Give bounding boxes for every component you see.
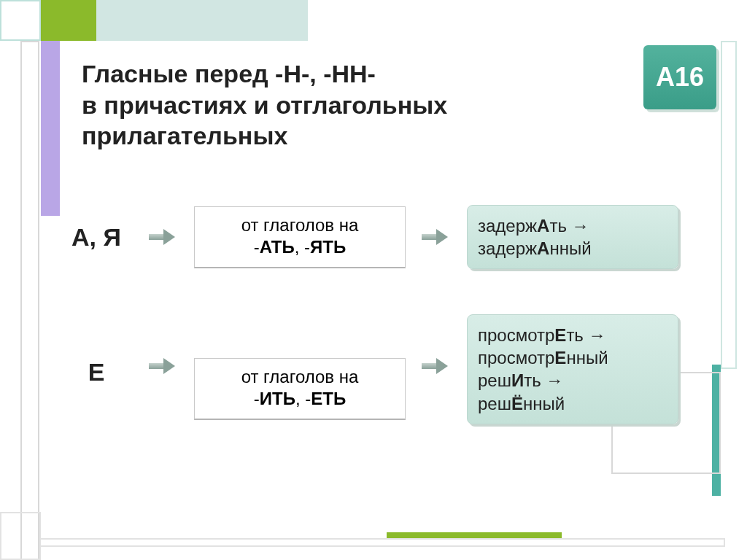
example-box: задержАть → задержАнный: [467, 205, 678, 269]
ex-highlight: А: [537, 216, 549, 236]
ex-text: задерж: [478, 216, 537, 236]
mid-line2-mid: , -: [295, 237, 310, 257]
example-box: просмотрЕть → просмотрЕнный решИть → реш…: [467, 314, 678, 424]
badge-label: А16: [656, 62, 704, 93]
verb-source-box: от глаголов на -АТЬ, -ЯТЬ: [194, 206, 406, 268]
slide-title: Гласные перед -Н-, -НН- в причастиях и о…: [82, 58, 557, 152]
ex-text: просмотр: [478, 348, 554, 368]
mid-line2-mid: , -: [295, 389, 311, 408]
arrow-right-icon: [149, 229, 178, 245]
ex-text: реш: [478, 394, 511, 413]
ex-text: нный: [566, 348, 608, 368]
mid-line1: от глаголов на: [241, 215, 359, 235]
ex-text: ть →: [549, 216, 589, 236]
letters-text: А, Я: [71, 223, 121, 251]
ex-text: ть →: [524, 370, 563, 390]
mid-line2-b2: ЕТЬ: [311, 389, 346, 408]
frame-decor: [39, 538, 725, 547]
frame-decor: [20, 41, 39, 560]
arrow-right-icon: [422, 358, 451, 374]
frame-decor: [41, 41, 60, 216]
ex-text: нный: [523, 394, 565, 413]
vowel-letters: Е: [60, 358, 133, 386]
ex-highlight: Е: [554, 325, 566, 345]
arrow-right-icon: [149, 358, 178, 374]
arrow-right-icon: [422, 229, 451, 245]
ex-text: задерж: [478, 238, 537, 258]
verb-source-box: от глаголов на -ИТЬ, -ЕТЬ: [194, 358, 406, 420]
frame-decor: [0, 0, 41, 41]
frame-decor: [0, 512, 41, 560]
mid-line2-pre: -: [254, 237, 260, 257]
frame-decor: [96, 0, 308, 41]
frame-decor: [721, 41, 737, 369]
ex-text: просмотр: [478, 325, 554, 345]
ex-text: ть →: [566, 325, 605, 345]
title-card: Гласные перед -Н-, -НН- в причастиях и о…: [71, 51, 568, 160]
letters-text: Е: [88, 358, 105, 386]
frame-decor: [387, 532, 562, 538]
ex-text: реш: [478, 370, 511, 390]
mid-line1: от глаголов на: [241, 367, 359, 386]
mid-line2-b1: ИТЬ: [260, 389, 295, 408]
question-badge: А16: [643, 45, 716, 109]
mid-line2-b1: АТЬ: [260, 237, 295, 257]
ex-highlight: И: [511, 370, 524, 390]
vowel-letters: А, Я: [60, 223, 133, 252]
ex-highlight: Е: [554, 348, 566, 368]
ex-highlight: А: [537, 238, 549, 258]
ex-highlight: Ё: [511, 394, 523, 413]
mid-line2-pre: -: [254, 389, 260, 408]
rule-row-e: Е от глаголов на -ИТЬ, -ЕТЬ просмотрЕть …: [60, 336, 716, 424]
slide-content: Гласные перед -Н-, -НН- в причастиях и о…: [60, 41, 716, 532]
rule-row-a-ya: А, Я от глаголов на -АТЬ, -ЯТЬ задержАть…: [60, 205, 716, 269]
mid-line2-b2: ЯТЬ: [310, 237, 346, 257]
ex-text: нный: [549, 238, 591, 258]
frame-decor: [41, 0, 96, 41]
